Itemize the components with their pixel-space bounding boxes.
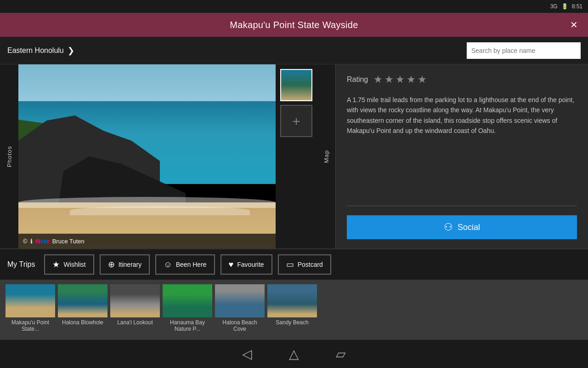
main-photo: [18, 64, 276, 248]
place-thumb-5: [215, 284, 265, 317]
flickr-logo: flickr: [35, 238, 50, 245]
info-icon: ℹ: [30, 238, 33, 245]
place-item-4[interactable]: Hanauma Bay Nature P...: [163, 284, 212, 332]
bottom-nav: ◁ △ ▱: [0, 339, 588, 368]
star-5: ★: [418, 74, 427, 86]
place-thumb-img-2: [58, 284, 107, 317]
itinerary-label: Itinerary: [119, 261, 142, 268]
star-1: ★: [373, 74, 383, 86]
chevron-right-icon: ❯: [68, 46, 74, 56]
recent-apps-button[interactable]: ▱: [336, 346, 346, 362]
place-thumb-2: [58, 284, 107, 317]
star-2: ★: [384, 74, 394, 86]
close-button[interactable]: ✕: [567, 18, 581, 32]
time-display: 8:51: [572, 3, 582, 10]
thumb-scene-1: [281, 70, 311, 100]
place-item-1[interactable]: Makapu'u Point State...: [6, 284, 55, 332]
photos-tab[interactable]: Photos: [0, 64, 18, 248]
cc-icon: ©: [23, 238, 28, 245]
postcard-label: Postcard: [298, 261, 323, 268]
search-input[interactable]: [467, 42, 581, 59]
rating-row: Rating ★ ★ ★ ★ ★: [347, 74, 577, 86]
title-bar: Makapu'u Point State Wayside ✕: [0, 13, 588, 37]
battery-icon: 🔋: [561, 3, 568, 10]
plus-circle-icon: ⊕: [108, 259, 115, 270]
place-thumb-img-4: [163, 284, 212, 317]
add-photo-button[interactable]: ＋: [280, 105, 312, 137]
place-thumb-img-1: [6, 284, 55, 317]
page-title: Makapu'u Point State Wayside: [230, 20, 358, 30]
info-panel: Rating ★ ★ ★ ★ ★ A 1.75 mile trail leads…: [335, 64, 588, 248]
place-thumb-img-6: [267, 284, 317, 317]
photo-attribution: © ℹ flickr Bruce Tuten: [18, 234, 276, 248]
status-bar: 3G 🔋 8:51: [0, 0, 588, 13]
place-thumb-img-3: [110, 284, 160, 317]
place-name-5: Halona Beach Cove: [215, 319, 265, 332]
favourite-button[interactable]: ♥ Favourite: [220, 254, 272, 275]
wishlist-button[interactable]: ★ Wishlist: [44, 254, 94, 275]
star-3: ★: [396, 74, 405, 86]
social-icon: ⚇: [444, 221, 453, 233]
place-thumb-1: [6, 284, 55, 317]
place-name-2: Halona Blowhole: [58, 319, 107, 326]
star-icon: ★: [52, 259, 60, 270]
place-item-3[interactable]: Lana'i Lookout: [110, 284, 160, 326]
places-strip: Makapu'u Point State... Halona Blowhole …: [0, 280, 588, 339]
map-tab-label: Map: [323, 150, 330, 163]
wave2: [70, 206, 250, 215]
home-button[interactable]: △: [289, 346, 299, 362]
breadcrumb[interactable]: Eastern Honolulu ❯: [7, 46, 74, 56]
favourite-label: Favourite: [237, 261, 264, 268]
photographer-name: Bruce Tuten: [52, 238, 85, 245]
place-name-4: Hanauma Bay Nature P...: [163, 319, 212, 332]
itinerary-button[interactable]: ⊕ Itinerary: [100, 254, 150, 275]
photos-tab-label: Photos: [6, 146, 13, 167]
wishlist-label: Wishlist: [63, 261, 85, 268]
place-thumb-4: [163, 284, 212, 317]
star-4: ★: [407, 74, 416, 86]
face-icon: ☺: [164, 260, 172, 270]
signal-icon: 3G: [550, 3, 558, 10]
postcard-icon: ▭: [286, 259, 294, 270]
place-name-1: Makapu'u Point State...: [6, 319, 55, 332]
heart-icon: ♥: [229, 260, 234, 270]
place-item-5[interactable]: Halona Beach Cove: [215, 284, 265, 332]
social-button-label: Social: [458, 223, 480, 232]
place-item-2[interactable]: Halona Blowhole: [58, 284, 107, 326]
place-thumb-6: [267, 284, 317, 317]
been-here-button[interactable]: ☺ Been Here: [155, 254, 215, 275]
star-rating[interactable]: ★ ★ ★ ★ ★: [373, 74, 427, 86]
back-button[interactable]: ◁: [242, 346, 252, 362]
my-trips-bar: My Trips ★ Wishlist ⊕ Itinerary ☺ Been H…: [0, 248, 588, 280]
my-trips-label: My Trips: [7, 260, 35, 269]
rating-label: Rating: [347, 75, 368, 84]
place-thumb-3: [110, 284, 160, 317]
map-tab[interactable]: Map: [317, 64, 335, 248]
place-name-3: Lana'i Lookout: [110, 319, 160, 326]
breadcrumb-text: Eastern Honolulu: [7, 46, 64, 55]
place-name-6: Sandy Beach: [267, 319, 317, 326]
social-button[interactable]: ⚇ Social: [347, 215, 577, 239]
place-thumb-img-5: [215, 284, 265, 317]
photo-area: © ℹ flickr Bruce Tuten: [18, 64, 276, 248]
description-text: A 1.75 mile trail leads from the parking…: [347, 95, 577, 206]
been-here-label: Been Here: [176, 261, 207, 268]
postcard-button[interactable]: ▭ Postcard: [278, 254, 331, 275]
nav-bar: Eastern Honolulu ❯: [0, 37, 588, 64]
main-content-area: Photos © ℹ flickr Bruce Tuten ＋ Map: [0, 64, 588, 248]
thumbnail-1[interactable]: [280, 69, 312, 101]
place-item-6[interactable]: Sandy Beach: [267, 284, 317, 326]
thumbnail-strip: ＋: [276, 64, 317, 248]
